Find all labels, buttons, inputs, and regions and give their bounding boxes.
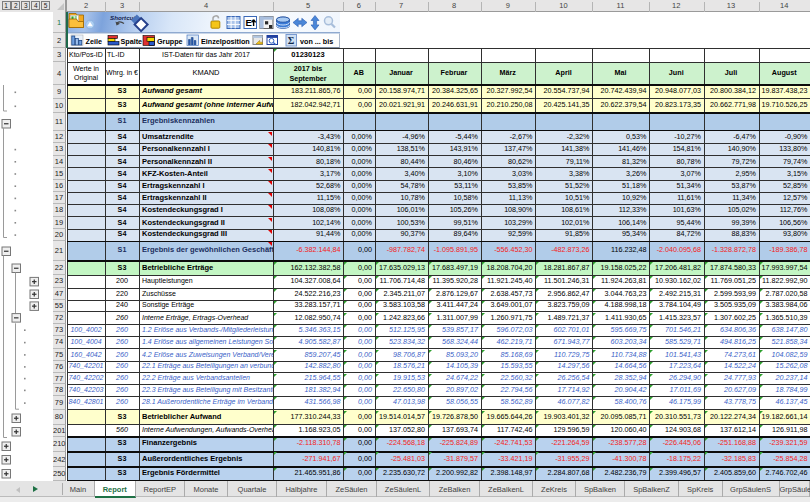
svg-text:Σ: Σ — [288, 35, 295, 46]
svg-text:E: E — [246, 17, 252, 28]
svg-text:Zeile: Zeile — [86, 37, 102, 46]
svg-text:von ... bis: von ... bis — [300, 37, 333, 46]
svg-text:Spalte: Spalte — [121, 37, 143, 46]
svg-text:Gruppe: Gruppe — [157, 37, 183, 46]
svg-text:Einzelposition: Einzelposition — [201, 37, 250, 46]
